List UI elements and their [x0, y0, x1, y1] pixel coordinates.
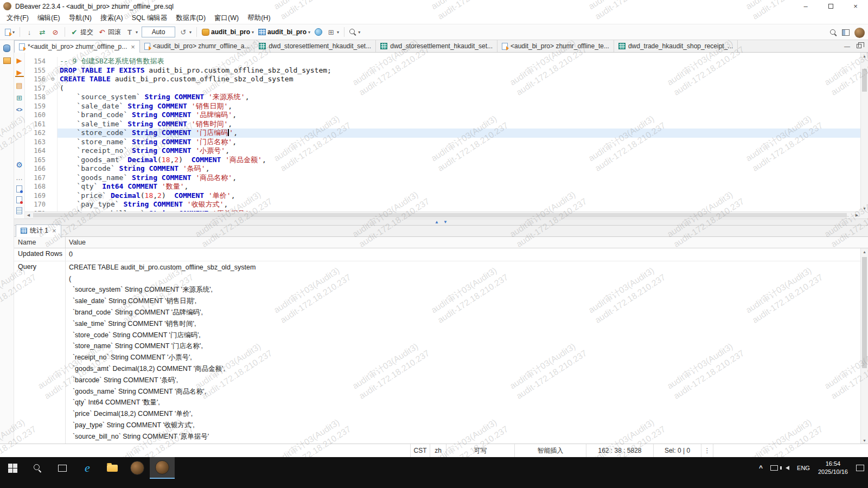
menu-item[interactable]: 数据库(D) [171, 12, 210, 24]
menu-item[interactable]: 窗口(W) [210, 12, 243, 24]
scroll-down-icon[interactable]: ▼ [861, 205, 868, 211]
commit-button[interactable]: ✔提交 [68, 26, 95, 38]
code-line[interactable]: 167 `goods_name` String COMMENT '商品名称', [25, 174, 860, 183]
menu-item[interactable]: SQL 编辑器 [127, 12, 172, 24]
code-line[interactable]: 169 `price` Decimal(18,2) COMMENT '单价', [25, 191, 860, 201]
code-line[interactable]: 162 `store_code` String COMMENT '门店编码', [25, 129, 860, 138]
insert-mode-indicator[interactable]: 智能插入 [514, 444, 586, 457]
statusbar-overflow-icon[interactable]: ⋮ [701, 444, 713, 457]
editor-tab[interactable]: dwd_trade_hkaudit_shop_receipt_... [614, 40, 738, 52]
taskbar-clock[interactable]: 16:54 2025/10/16 [814, 460, 852, 476]
taskbar-search-button[interactable] [25, 457, 50, 479]
editor-horizontal-scrollbar[interactable]: ◀ ▶ [25, 211, 860, 219]
caret-position-indicator[interactable]: 162 : 38 : 5828 [586, 444, 653, 457]
scrollbar-thumb[interactable] [33, 213, 847, 217]
taskbar-ie-button[interactable]: e [75, 457, 100, 479]
locale-indicator[interactable]: zh [430, 444, 446, 457]
collapse-down-icon[interactable]: ▼ [443, 220, 448, 224]
code-line[interactable]: 163 `store_name` String COMMENT '门店名称', [25, 138, 860, 147]
code-line[interactable]: 155DROP TABLE IF EXISTS audit_bi_pro.cus… [25, 66, 860, 75]
sql-template-icon[interactable]: <> [15, 106, 24, 114]
settings-gear-icon[interactable]: ⚙ [15, 160, 24, 169]
stats-row[interactable]: QueryCREATE TABLE audit_bi_pro.custom_of… [14, 261, 860, 444]
tray-speaker-icon[interactable] [782, 457, 793, 479]
minimize-view-icon[interactable]: — [844, 43, 850, 49]
writable-indicator[interactable]: 可写 [446, 444, 514, 457]
editor-tab[interactable]: <audit_bi_pro> zhumr_offline_te... [497, 40, 614, 52]
menu-item[interactable]: 搜索(A) [96, 12, 127, 24]
tray-language-indicator[interactable]: ENG [793, 457, 814, 479]
code-line[interactable]: 154-- 9 创建SBZ老系统销售数据表 [25, 57, 860, 66]
scroll-left-icon[interactable]: ◀ [25, 212, 32, 219]
menu-item[interactable]: 文件(F) [2, 12, 33, 24]
database-selector[interactable]: audit_bi_pro▾ [200, 27, 256, 37]
maximize-view-icon[interactable] [857, 44, 861, 48]
execute-script-icon[interactable]: ▶ [15, 68, 24, 77]
code-line[interactable]: 166 `barcode` String COMMENT '条码', [25, 164, 860, 174]
new-sql-editor-button[interactable]: ▾ [3, 27, 17, 37]
maximize-window-icon[interactable] [818, 0, 843, 12]
editor-tab[interactable]: dwd_storesettlement_hkaudit_set... [254, 40, 376, 52]
scrollbar-thumb[interactable] [862, 69, 867, 92]
tray-monitor-icon[interactable] [767, 457, 782, 479]
results-vertical-scrollbar[interactable]: ▲ ▼ [860, 248, 868, 444]
grid-settings-button[interactable]: ⊞▾ [324, 26, 341, 38]
transaction-log-button[interactable]: ↺▾ [177, 26, 194, 38]
start-button[interactable] [0, 457, 25, 479]
query-log-icon[interactable] [16, 207, 22, 214]
sql-editor[interactable]: 154-- 9 创建SBZ老系统销售数据表155DROP TABLE IF EX… [25, 53, 868, 219]
search-icon[interactable] [830, 29, 837, 36]
error-log-icon[interactable] [16, 196, 22, 203]
perspective-icon[interactable] [842, 29, 850, 36]
close-tab-icon[interactable]: × [131, 43, 135, 51]
export-data-icon[interactable]: ⊞ [15, 93, 24, 102]
cancel-execution-button[interactable]: ⊘ [49, 26, 62, 38]
editor-tab[interactable]: *<audit_bi_pro> zhumr_offline_p...× [14, 40, 140, 53]
editor-vertical-scrollbar[interactable]: ▲ ▼ [860, 53, 868, 211]
reconnect-button[interactable]: ⇄ [36, 26, 49, 38]
code-line[interactable]: 170 `pay_type` String COMMENT '收银方式', [25, 200, 860, 209]
column-header-value[interactable]: Value [66, 237, 868, 248]
minimize-window-icon[interactable]: – [793, 0, 818, 12]
code-line[interactable]: 165 `goods_amt` Decimal(18,2) COMMENT '商… [25, 156, 860, 165]
code-line[interactable]: 159 `sale_date` String COMMENT '销售日期', [25, 102, 860, 111]
scroll-up-icon[interactable]: ▲ [861, 248, 868, 255]
project-explorer-icon[interactable] [3, 57, 11, 64]
connection-type-button[interactable] [312, 27, 324, 37]
code-line[interactable]: 161 `sale_time` String COMMENT '销售时间', [25, 120, 860, 129]
output-view-icon[interactable] [16, 185, 22, 192]
statistics-tab[interactable]: 统计 1 × [16, 224, 61, 237]
code-line[interactable]: 156⊖CREATE TABLE audit_bi_pro.custom_off… [25, 75, 860, 84]
explain-plan-icon[interactable]: ▤ [15, 81, 24, 89]
code-line[interactable]: 157( [25, 84, 860, 93]
collapse-up-icon[interactable]: ▲ [435, 220, 439, 224]
toolbar-search-button[interactable]: ▾ [347, 27, 362, 37]
selection-indicator[interactable]: Sel: 0 | 0 [653, 444, 701, 457]
tray-expand-icon[interactable]: ^ [755, 457, 767, 479]
rollback-button[interactable]: ↶回滚 [95, 26, 123, 38]
scroll-up-icon[interactable]: ▲ [861, 53, 868, 59]
stats-row[interactable]: Updated Rows0 [14, 248, 860, 261]
close-tab-icon[interactable]: × [52, 227, 56, 235]
code-line[interactable]: 158 `source_system` String COMMENT '来源系统… [25, 93, 860, 102]
scroll-right-icon[interactable]: ▶ [853, 212, 860, 219]
code-line[interactable]: 168 `qty` Int64 COMMENT '数量', [25, 182, 860, 191]
taskbar-dbeaver-button[interactable] [125, 457, 150, 479]
code-line[interactable]: 164 `receipt_no` String COMMENT '小票号', [25, 146, 860, 156]
database-navigator-icon[interactable] [3, 44, 10, 52]
commit-mode-combo[interactable]: Auto [142, 27, 175, 37]
task-view-button[interactable] [50, 457, 75, 479]
scroll-down-icon[interactable]: ▼ [861, 437, 868, 444]
timezone-indicator[interactable]: CST [410, 444, 430, 457]
transaction-mode-button[interactable]: T▾ [123, 26, 140, 38]
save-button[interactable]: ↓ [23, 26, 36, 38]
code-line[interactable]: 160 `brand_code` String COMMENT '品牌编码', [25, 111, 860, 120]
schema-selector[interactable]: audit_bi_pro▾ [256, 27, 312, 37]
close-window-icon[interactable]: × [843, 0, 868, 12]
column-header-name[interactable]: Name [14, 237, 66, 248]
execute-statement-icon[interactable]: ▶ [15, 56, 24, 65]
menu-item[interactable]: 帮助(H) [243, 12, 275, 24]
menu-item[interactable]: 导航(N) [65, 12, 96, 24]
overflow-menu-icon[interactable]: … [15, 173, 24, 182]
notification-center-icon[interactable] [852, 457, 868, 479]
